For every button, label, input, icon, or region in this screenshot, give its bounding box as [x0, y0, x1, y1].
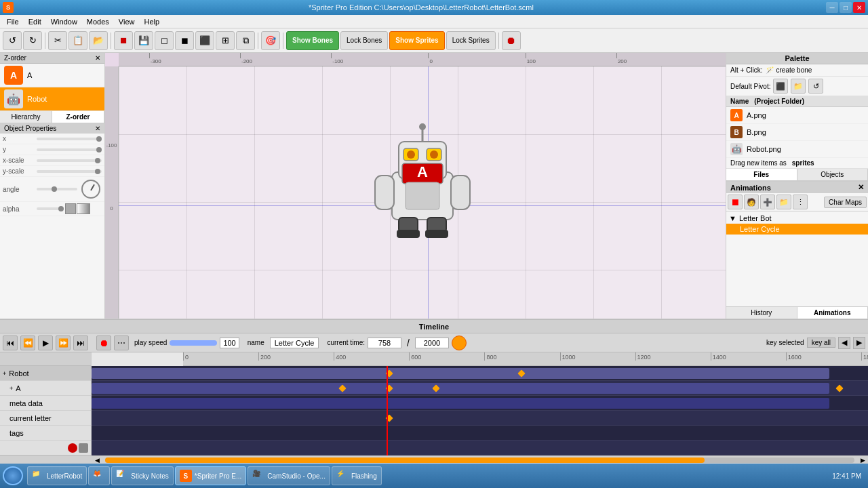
- kf-a-4[interactable]: [836, 384, 844, 392]
- sep1: [45, 33, 45, 49]
- track-label-meta[interactable]: meta data: [0, 396, 91, 411]
- open-button[interactable]: 📂: [89, 31, 108, 50]
- cut-button[interactable]: ✂: [48, 31, 67, 50]
- key-all-button[interactable]: key all: [807, 338, 835, 348]
- start-button[interactable]: [3, 466, 23, 485]
- z-order-close-icon[interactable]: ✕: [95, 54, 100, 62]
- pivot-btn2[interactable]: 📁: [791, 79, 806, 94]
- animations-close-icon[interactable]: ✕: [858, 183, 864, 192]
- taskbar-camstudio[interactable]: 🎥 CamStudio - Ope...: [248, 466, 330, 485]
- canvas-content[interactable]: A: [119, 66, 726, 319]
- taskbar-sticky-notes[interactable]: 📝 Sticky Notes: [111, 466, 174, 485]
- anim-more-btn[interactable]: ⋮: [793, 195, 808, 209]
- prop-yscale-slider[interactable]: [37, 170, 102, 173]
- lock-sprites-button[interactable]: Lock Sprites: [446, 31, 496, 50]
- tool4-button[interactable]: ⊞: [216, 31, 235, 50]
- anim-stop-btn[interactable]: ⏹: [728, 195, 743, 209]
- max-time-value[interactable]: 2000: [415, 338, 449, 348]
- tool3-button[interactable]: ⬛: [195, 31, 214, 50]
- pivot-btn1[interactable]: ⬛: [773, 79, 788, 94]
- alpha-box1[interactable]: [65, 203, 76, 214]
- hierarchy-tab[interactable]: Hierarchy: [0, 111, 52, 123]
- track-content-area[interactable]: [92, 366, 868, 455]
- tab-history[interactable]: History: [726, 307, 797, 319]
- show-sprites-button[interactable]: Show Sprites: [389, 31, 444, 50]
- anim-group-header[interactable]: ▼ Letter Bot: [726, 213, 868, 224]
- object-properties-close-icon[interactable]: ✕: [95, 125, 100, 132]
- tl-menu[interactable]: ⋯: [114, 336, 129, 350]
- tl-prev-arrow[interactable]: ◀: [838, 337, 850, 349]
- tool2-button[interactable]: ◼: [175, 31, 194, 50]
- tool5-button[interactable]: ⧉: [236, 31, 255, 50]
- sprite-item-robot[interactable]: 🤖 Robot: [0, 87, 104, 111]
- prop-xscale-slider[interactable]: [37, 159, 102, 162]
- anim-item-letter-cycle[interactable]: Letter Cycle: [726, 224, 868, 235]
- pivot-refresh[interactable]: ↺: [808, 79, 823, 94]
- anim-add-btn[interactable]: ➕: [760, 195, 775, 209]
- tl-record[interactable]: ⏺: [96, 336, 111, 350]
- track-label-robot[interactable]: +Robot: [0, 366, 91, 381]
- minimize-button[interactable]: ─: [826, 2, 838, 13]
- taskbar-spriter[interactable]: S *Spriter Pro E...: [175, 466, 246, 485]
- menu-window[interactable]: Window: [47, 16, 81, 27]
- anim-folder-btn[interactable]: 📁: [776, 195, 791, 209]
- prop-y-slider[interactable]: [37, 148, 102, 151]
- menu-help[interactable]: Help: [140, 16, 164, 27]
- play-speed-bar[interactable]: [170, 340, 217, 346]
- tool-target[interactable]: 🎯: [261, 31, 280, 50]
- redo-button[interactable]: ↻: [23, 31, 42, 50]
- scroll-left-btn[interactable]: ◀: [92, 456, 102, 464]
- lock-bones-button[interactable]: Lock Bones: [340, 31, 388, 50]
- select-button[interactable]: ◻: [155, 31, 174, 50]
- undo-button[interactable]: ↺: [3, 31, 22, 50]
- sprite-item-a[interactable]: A A: [0, 64, 104, 87]
- tl-play[interactable]: ▶: [38, 336, 53, 350]
- scroll-right-btn[interactable]: ▶: [857, 456, 868, 464]
- track-gray-btn[interactable]: [79, 443, 88, 453]
- menu-file[interactable]: File: [3, 16, 23, 27]
- save-button[interactable]: 💾: [134, 31, 153, 50]
- close-button[interactable]: ✕: [853, 2, 865, 13]
- alpha-gradient[interactable]: [77, 203, 90, 214]
- tl-next-arrow[interactable]: ▶: [853, 337, 865, 349]
- prop-angle-slider[interactable]: [37, 188, 77, 190]
- robot-sprite[interactable]: A: [368, 121, 477, 240]
- tab-objects[interactable]: Objects: [797, 169, 869, 180]
- menu-edit[interactable]: Edit: [24, 16, 45, 27]
- z-order-tab[interactable]: Z-order: [52, 111, 104, 123]
- tl-orange-btn[interactable]: [452, 336, 467, 350]
- menu-modes[interactable]: Modes: [83, 16, 113, 27]
- maximize-button[interactable]: □: [840, 2, 852, 13]
- tl-next-key[interactable]: ⏩: [56, 336, 71, 350]
- canvas-area[interactable]: -300 -200 -100 0 100 200 -100 0: [105, 53, 726, 319]
- tab-files[interactable]: Files: [726, 169, 797, 180]
- char-maps-button[interactable]: Char Maps: [824, 197, 867, 208]
- stop-button[interactable]: ⏹: [114, 31, 133, 50]
- show-bones-button[interactable]: Show Bones: [286, 31, 339, 50]
- copy-button[interactable]: 📋: [68, 31, 87, 50]
- tab-animations[interactable]: Animations: [797, 307, 869, 319]
- track-label-a[interactable]: +A: [0, 381, 91, 396]
- menu-view[interactable]: View: [115, 16, 139, 27]
- palette-file-a[interactable]: A A.png: [726, 107, 868, 124]
- palette-file-b[interactable]: B B.png: [726, 124, 868, 141]
- track-label-tags[interactable]: tags: [0, 426, 91, 441]
- anim-person-btn[interactable]: 🧑: [744, 195, 759, 209]
- tl-to-end[interactable]: ⏭: [73, 336, 88, 350]
- default-pivot-row: Default Pivot: ⬛ 📁 ↺: [726, 77, 868, 96]
- prop-x-slider[interactable]: [37, 138, 102, 140]
- prop-alpha-slider[interactable]: [37, 207, 64, 210]
- record-button[interactable]: ⏺: [502, 31, 521, 50]
- scroll-track[interactable]: [105, 458, 854, 463]
- taskbar-flashing[interactable]: ⚡ Flashing: [332, 466, 382, 485]
- taskbar-firefox[interactable]: 🦊: [88, 466, 110, 485]
- tl-to-start[interactable]: ⏮: [3, 336, 18, 350]
- track-red-btn[interactable]: [68, 443, 77, 453]
- tl-prev-key[interactable]: ⏪: [20, 336, 35, 350]
- scroll-thumb[interactable]: [105, 458, 705, 463]
- palette-file-robot[interactable]: 🤖 Robot.png: [726, 141, 868, 158]
- current-time-value[interactable]: 758: [368, 338, 401, 348]
- track-label-current-letter[interactable]: current letter: [0, 411, 91, 426]
- taskbar-letter-robot[interactable]: 📁 LetterRobot: [27, 466, 87, 485]
- left-panel: Z-order ✕ A A 🤖 Robot Hierarchy Z-order …: [0, 53, 105, 319]
